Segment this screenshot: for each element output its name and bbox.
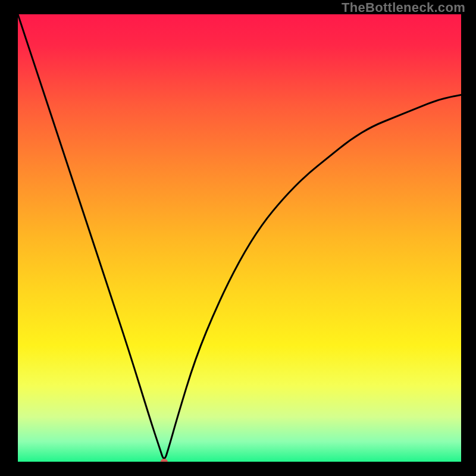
watermark-text: TheBottleneck.com [342,0,465,15]
bottleneck-chart [0,0,476,476]
minimum-marker [161,459,168,465]
plot-background [18,14,461,462]
